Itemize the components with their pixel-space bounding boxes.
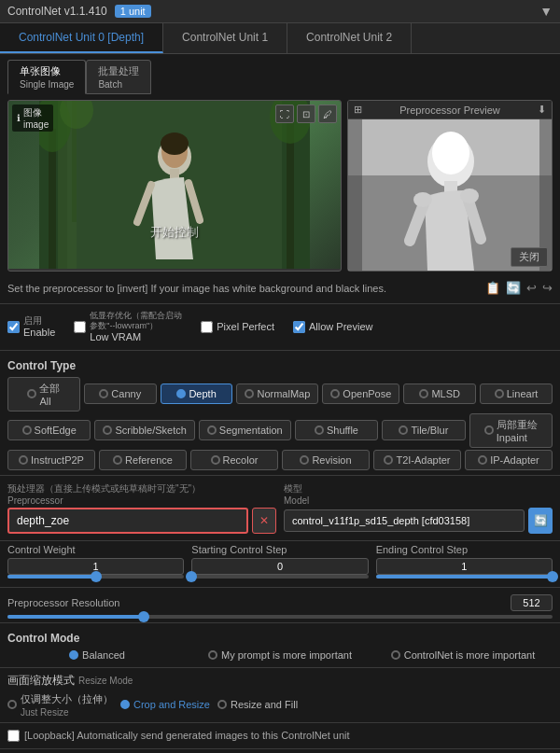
ct-t2i[interactable]: T2I-Adapter [373,450,461,470]
loopback-checkbox[interactable] [7,730,20,742]
allowpreview-input[interactable] [293,321,305,333]
ct-recolor[interactable]: Recolor [190,450,278,470]
image-btn-3[interactable]: 🖊 [318,105,337,123]
ct-all[interactable]: 全部All [7,377,80,411]
lowvram-checkbox[interactable]: 低显存优化（需配合启动 参数"--lowvram"） Low VRAM [74,311,182,343]
image-btn-1[interactable]: ⛶ [275,105,294,123]
radio-scribble [103,425,112,435]
ct-row-1: 全部All Canny Depth NormalMap OpenPose MLS… [7,377,553,411]
close-preview-button[interactable]: 关闭 [511,247,548,267]
radio-canny [99,389,108,398]
ending-step-track[interactable] [376,575,553,579]
ct-openpose[interactable]: OpenPose [322,383,399,404]
radio-openpose [330,389,340,398]
tab-unit0[interactable]: ControlNet Unit 0 [Depth] [0,23,163,53]
radio-all [27,389,36,398]
refresh-icon[interactable]: 🔄 [506,281,521,295]
ending-step-value[interactable]: 1 [376,558,553,575]
unit-tabs: ControlNet Unit 0 [Depth] ControlNet Uni… [0,23,560,54]
svg-rect-16 [39,101,310,269]
three-sliders: Control Weight 1 Starting Control Step 0… [0,544,560,584]
resize-fill[interactable]: Resize and Fill [217,699,298,710]
model-col: 模型 Model control_v11f1p_sd15_depth [cfd0… [284,482,553,534]
preprocessor-clear-button[interactable]: ✕ [252,508,276,534]
ct-scribble[interactable]: Scribble/Sketch [94,420,194,440]
divider-3 [0,475,560,476]
lowvram-input[interactable] [74,321,86,333]
tab-unit1[interactable]: ControlNet Unit 1 [163,23,287,53]
allowpreview-checkbox[interactable]: Allow Preview [293,321,372,333]
ct-shuffle[interactable]: Shuffle [295,420,378,440]
ct-tileblur[interactable]: Tile/Blur [382,420,465,440]
sub-tab-batch[interactable]: 批量处理 Batch [86,60,151,94]
image-overlay-text: 开始控制 [150,224,199,241]
model-select[interactable]: control_v11f1p_sd15_depth [cfd03158] [284,509,525,532]
ct-segmentation[interactable]: Segmentation [199,420,291,440]
ct-revision[interactable]: Revision [282,450,370,470]
starting-step-thumb[interactable] [186,571,197,582]
resize-mode-label-en: Resize Mode [78,676,133,686]
undo-icon[interactable]: ↩ [526,281,537,295]
divider-2 [0,350,560,351]
main-image-panel[interactable]: ℹ 图像image ⛶ ⊡ 🖊 [7,100,342,272]
ending-step-col: Ending Control Step 1 [376,544,553,580]
enable-input[interactable] [7,321,20,333]
sub-tab-single[interactable]: 单张图像 Single Image [7,60,86,94]
control-type-label: Control Type [0,354,560,375]
pp-res-value[interactable]: 512 [511,594,553,611]
ct-ipadapter[interactable]: IP-Adapter [465,450,553,470]
starting-step-col: Starting Control Step 0 [191,544,368,580]
redo-icon[interactable]: ↪ [542,281,553,295]
preview-icon: ⊞ [354,104,362,116]
image-controls: ⛶ ⊡ 🖊 [275,105,337,123]
resize-mode-label-cn: 画面缩放模式 [7,673,75,689]
clipboard-icon[interactable]: 📋 [485,281,500,295]
resize-crop-label: Crop and Resize [133,699,210,710]
ct-lineart[interactable]: Lineart [480,383,553,404]
pixelperfect-checkbox[interactable]: Pixel Perfect [201,321,274,333]
starting-step-value[interactable]: 0 [191,558,368,575]
radio-just-resize [7,700,17,709]
hint-text-content: Set the preprocessor to [invert] If your… [7,283,386,294]
image-btn-2[interactable]: ⊡ [297,105,315,123]
model-label: 模型 Model [284,482,553,506]
control-weight-track[interactable] [7,575,184,579]
pp-res-track[interactable] [7,615,553,619]
image-svg [39,101,310,269]
pp-res-fill [7,615,144,619]
control-weight-thumb[interactable] [91,571,102,582]
ct-normalmap[interactable]: NormalMap [236,383,318,404]
cm-controlnet-important[interactable]: ControlNet is more important [373,649,553,661]
model-refresh-button[interactable]: 🔄 [528,508,553,534]
svg-point-25 [413,192,432,207]
radio-t2i [384,455,393,465]
preview-download-icon[interactable]: ⬇ [538,104,546,116]
resize-just-resize[interactable]: 仅调整大小（拉伸）Just Resize [7,692,113,718]
starting-step-label: Starting Control Step [191,544,368,555]
preprocessor-model-row: 预处理器（直接上传模式或纯草稿时可选"无"） Preprocessor dept… [0,479,560,537]
ct-mlsd[interactable]: MLSD [403,383,476,404]
preprocessor-col: 预处理器（直接上传模式或纯草稿时可选"无"） Preprocessor dept… [7,482,276,534]
preprocessor-select[interactable]: depth_zoe depth_midas depth_leres none [7,508,248,534]
pp-res-thumb[interactable] [138,611,149,622]
ct-canny[interactable]: Canny [84,383,157,404]
cm-prompt-important[interactable]: My prompt is more important [190,649,370,661]
starting-step-track[interactable] [191,575,368,579]
enable-checkbox[interactable]: 启用 Enable [7,315,55,339]
radio-shuffle [315,425,324,435]
ending-step-thumb[interactable] [547,571,558,582]
collapse-arrow-icon[interactable]: ▼ [539,4,553,19]
ct-inpaint[interactable]: 局部重绘Inpaint [469,413,553,448]
pixelperfect-input[interactable] [201,321,213,333]
ct-softedge[interactable]: SoftEdge [7,420,91,440]
ct-depth[interactable]: Depth [161,383,233,404]
ending-step-fill [376,575,553,579]
tab-unit2[interactable]: ControlNet Unit 2 [287,23,412,53]
cm-balanced[interactable]: Balanced [7,649,187,661]
resize-crop[interactable]: Crop and Resize [120,699,210,710]
radio-recolor [211,455,220,465]
top-bar-left: ControlNet v1.1.410 1 unit [7,5,151,18]
ct-reference[interactable]: Reference [99,450,187,470]
ct-instructp2p[interactable]: InstructP2P [7,450,95,470]
preview-title: Preprocessor Preview [399,105,500,116]
